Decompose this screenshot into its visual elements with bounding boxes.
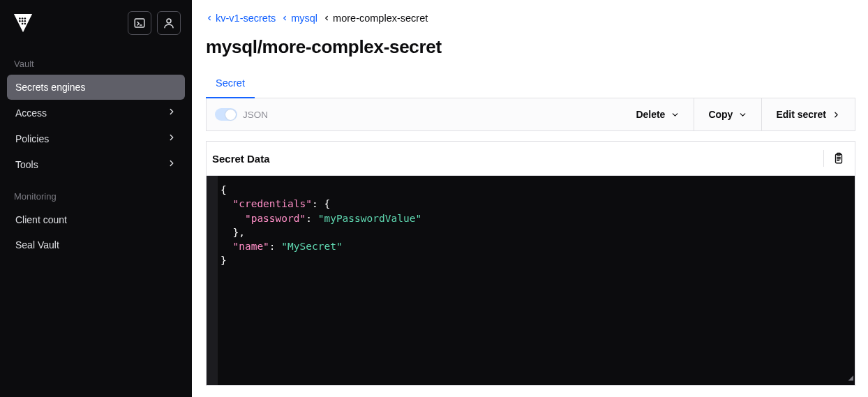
chevron-left-icon	[323, 15, 330, 22]
delete-button[interactable]: Delete	[622, 98, 694, 130]
svg-point-2	[24, 17, 27, 20]
sidebar-item-tools[interactable]: Tools	[7, 151, 185, 177]
sidebar-item-secrets-engines[interactable]: Secrets engines	[7, 75, 185, 100]
breadcrumb-link[interactable]: mysql	[281, 13, 317, 24]
sidebar-item-label: Client count	[15, 214, 67, 225]
main-content: kv-v1-secrets mysql more-complex-secret …	[192, 0, 868, 397]
chevron-down-icon	[671, 110, 680, 119]
svg-point-4	[22, 20, 24, 22]
sidebar-section-vault: Vault	[7, 45, 185, 75]
svg-rect-8	[135, 19, 144, 27]
sidebar-section-monitoring: Monitoring	[7, 177, 185, 207]
chevron-right-icon	[167, 133, 177, 144]
secret-data-panel: Secret Data { "credentials": { "password…	[206, 141, 855, 386]
edit-secret-button[interactable]: Edit secret	[761, 98, 855, 130]
breadcrumb-label: kv-v1-secrets	[216, 13, 276, 24]
panel-heading-row: Secret Data	[207, 142, 855, 176]
breadcrumb-current: more-complex-secret	[323, 13, 428, 24]
page-title: mysql/more-complex-secret	[206, 36, 855, 58]
breadcrumb-label: more-complex-secret	[333, 13, 428, 24]
sidebar-item-label: Seal Vault	[15, 239, 59, 250]
sidebar-item-access[interactable]: Access	[7, 100, 185, 126]
chevron-down-icon	[738, 110, 747, 119]
chevron-right-icon	[832, 110, 841, 119]
button-label: Copy	[708, 109, 733, 120]
breadcrumb-label: mysql	[291, 13, 317, 24]
sidebar-item-seal-vault[interactable]: Seal Vault	[7, 232, 185, 257]
button-label: Edit secret	[776, 109, 826, 120]
chevron-right-icon	[167, 107, 177, 119]
sidebar-item-label: Policies	[15, 133, 49, 144]
sidebar-item-label: Tools	[15, 159, 38, 170]
svg-point-1	[22, 17, 24, 20]
sidebar: Vault Secrets engines Access Policies To…	[0, 0, 192, 397]
sidebar-item-policies[interactable]: Policies	[7, 126, 185, 151]
secret-json-viewer[interactable]: { "credentials": { "password": "myPasswo…	[207, 176, 855, 385]
chevron-left-icon	[206, 15, 213, 22]
header-icon-group	[128, 11, 181, 35]
button-label: Delete	[636, 109, 665, 120]
svg-point-6	[22, 23, 24, 25]
svg-point-0	[19, 17, 21, 20]
sidebar-item-label: Secrets engines	[15, 82, 85, 93]
toolbar: JSON Delete Copy Edit secret	[206, 98, 855, 131]
json-toggle[interactable]	[215, 108, 237, 121]
user-menu-button[interactable]	[157, 11, 181, 35]
chevron-right-icon	[167, 158, 177, 170]
chevron-left-icon	[281, 15, 288, 22]
panel-heading: Secret Data	[212, 153, 270, 165]
resize-handle-icon: ◢	[848, 372, 853, 384]
sidebar-item-client-count[interactable]: Client count	[7, 207, 185, 232]
json-toggle-group: JSON	[207, 108, 276, 121]
copy-secret-button[interactable]	[823, 150, 845, 167]
svg-point-3	[19, 20, 21, 22]
sidebar-item-label: Access	[15, 107, 47, 119]
breadcrumb: kv-v1-secrets mysql more-complex-secret	[206, 10, 855, 24]
json-toggle-label: JSON	[243, 110, 268, 120]
copy-button[interactable]: Copy	[694, 98, 761, 130]
sidebar-header	[7, 10, 185, 45]
svg-point-5	[24, 20, 27, 22]
tab-secret[interactable]: Secret	[206, 70, 255, 98]
breadcrumb-link[interactable]: kv-v1-secrets	[206, 13, 276, 24]
clipboard-icon	[832, 152, 845, 165]
vault-logo[interactable]	[11, 11, 35, 35]
console-button[interactable]	[128, 11, 151, 35]
svg-point-10	[167, 19, 171, 23]
tab-row: Secret	[206, 70, 855, 98]
svg-point-7	[24, 23, 27, 25]
